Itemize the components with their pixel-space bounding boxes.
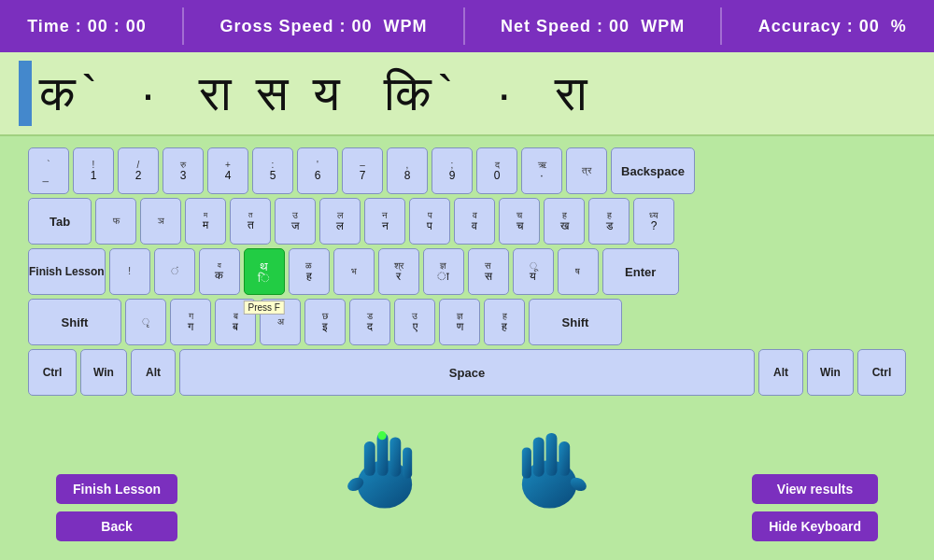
key-e[interactable]: मम (185, 198, 226, 245)
key-n[interactable]: डद (349, 299, 390, 345)
key-bracket-close[interactable]: हड (588, 198, 630, 245)
key-quote[interactable]: ष (558, 248, 599, 295)
key-0[interactable]: द0 (476, 147, 517, 194)
key-capslock[interactable]: Finish Lesson (28, 248, 106, 295)
key-w[interactable]: ञ (140, 198, 181, 245)
accuracy-stat: Accuracy : 00 % (758, 17, 907, 36)
keyboard-row-3: Finish Lesson ! ं वक थ ि Press F ळह भ श्… (28, 248, 906, 295)
key-j[interactable]: श्रर (378, 248, 419, 295)
key-win-left[interactable]: Win (80, 349, 127, 396)
key-alt-right[interactable]: Alt (758, 349, 803, 396)
key-k[interactable]: ज्ञा (423, 248, 464, 295)
svg-rect-11 (546, 433, 558, 476)
key-ctrl-left[interactable]: Ctrl (28, 349, 77, 396)
key-bracket-open[interactable]: हख (544, 198, 585, 245)
key-backspace[interactable]: Backspace (611, 147, 695, 194)
key-4[interactable]: +4 (207, 147, 248, 194)
key-1[interactable]: !1 (73, 147, 114, 194)
text-display: क` · रा स य कि` · रा (0, 52, 934, 136)
key-o[interactable]: वव (454, 198, 495, 245)
stats-bar: Time : 00 : 00 Gross Speed : 00 WPM Net … (0, 0, 934, 52)
key-m[interactable]: उए (394, 299, 435, 345)
key-t[interactable]: उज (275, 198, 316, 245)
key-shift-left[interactable]: Shift (28, 299, 121, 345)
key-semicolon[interactable]: ूय (513, 248, 554, 295)
key-5[interactable]: :5 (252, 147, 293, 194)
svg-rect-10 (533, 438, 545, 477)
key-enter[interactable]: Enter (602, 248, 679, 295)
svg-rect-5 (389, 438, 401, 477)
keyboard-row-4: Shift ृ गग बब अ छइ डद उए ज्ञण हह Shift (28, 299, 906, 345)
time-stat: Time : 00 : 00 (27, 17, 147, 36)
key-alt-left[interactable]: Alt (131, 349, 176, 396)
svg-rect-2 (364, 441, 375, 476)
key-s[interactable]: ं (154, 248, 195, 295)
left-button-group: Finish Lesson Back (56, 474, 177, 541)
key-b[interactable]: छइ (304, 299, 346, 345)
keyboard-row-2: Tab फ ञ मम तत उज लल नन पप वव चच हख हड ध्… (28, 198, 906, 245)
key-r[interactable]: तत (230, 198, 271, 245)
key-d[interactable]: वक (199, 248, 240, 295)
view-results-button[interactable]: View results (752, 474, 878, 504)
key-shift-right[interactable]: Shift (529, 299, 622, 345)
keyboard-container: `॒ !1 /2 रु3 +4 :5 '6 –7 ,8 ;9 द0 ऋ· त्र… (0, 136, 934, 407)
key-u[interactable]: नन (364, 198, 405, 245)
keyboard-row-1: `॒ !1 /2 रु3 +4 :5 '6 –7 ,8 ;9 द0 ऋ· त्र… (28, 147, 906, 194)
stat-divider-3 (720, 7, 722, 45)
hide-keyboard-button[interactable]: Hide Keyboard (752, 511, 878, 541)
bottom-buttons: Finish Lesson Back View results Hide Key… (0, 474, 934, 541)
key-x[interactable]: गग (170, 299, 211, 345)
key-g[interactable]: ळह (289, 248, 330, 295)
gross-speed-stat: Gross Speed : 00 WPM (219, 17, 427, 36)
text-cursor (19, 61, 32, 126)
net-speed-stat: Net Speed : 00 WPM (501, 17, 685, 36)
key-h[interactable]: भ (333, 248, 375, 295)
key-8[interactable]: ,8 (387, 147, 428, 194)
back-button[interactable]: Back (56, 511, 177, 541)
key-tab[interactable]: Tab (28, 198, 92, 245)
key-ctrl-right[interactable]: Ctrl (857, 349, 906, 396)
key-9[interactable]: ;9 (432, 147, 473, 194)
keyboard-row-5: Ctrl Win Alt Space Alt Win Ctrl (28, 349, 906, 396)
svg-point-4 (378, 431, 387, 440)
hindi-text-display: क` · रा स य कि` · रा (39, 69, 593, 118)
right-button-group: View results Hide Keyboard (752, 474, 878, 541)
key-equals[interactable]: त्र (566, 147, 607, 194)
key-z[interactable]: ृ (125, 299, 166, 345)
key-l[interactable]: सस (468, 248, 509, 295)
key-c[interactable]: बब (215, 299, 256, 345)
key-v[interactable]: अ (260, 299, 301, 345)
key-6[interactable]: '6 (297, 147, 338, 194)
key-q[interactable]: फ (95, 198, 136, 245)
key-minus[interactable]: ऋ· (521, 147, 562, 194)
key-win-right[interactable]: Win (807, 349, 854, 396)
key-3[interactable]: रु3 (163, 147, 204, 194)
key-7[interactable]: –7 (342, 147, 383, 194)
key-period[interactable]: हह (484, 299, 525, 345)
key-a[interactable]: ! (109, 248, 150, 295)
key-backslash[interactable]: ध्य? (633, 198, 674, 245)
key-i[interactable]: पप (409, 198, 450, 245)
svg-rect-12 (559, 441, 570, 476)
finish-lesson-button[interactable]: Finish Lesson (56, 474, 177, 504)
stat-divider-1 (182, 7, 184, 45)
key-p[interactable]: चच (499, 198, 540, 245)
stat-divider-2 (463, 7, 465, 45)
key-y[interactable]: लल (319, 198, 361, 245)
key-comma[interactable]: ज्ञण (439, 299, 480, 345)
key-2[interactable]: /2 (118, 147, 159, 194)
key-space[interactable]: Space (179, 349, 755, 396)
key-backtick[interactable]: `॒ (28, 147, 69, 194)
key-f-highlighted[interactable]: थ ि Press F (244, 248, 285, 295)
